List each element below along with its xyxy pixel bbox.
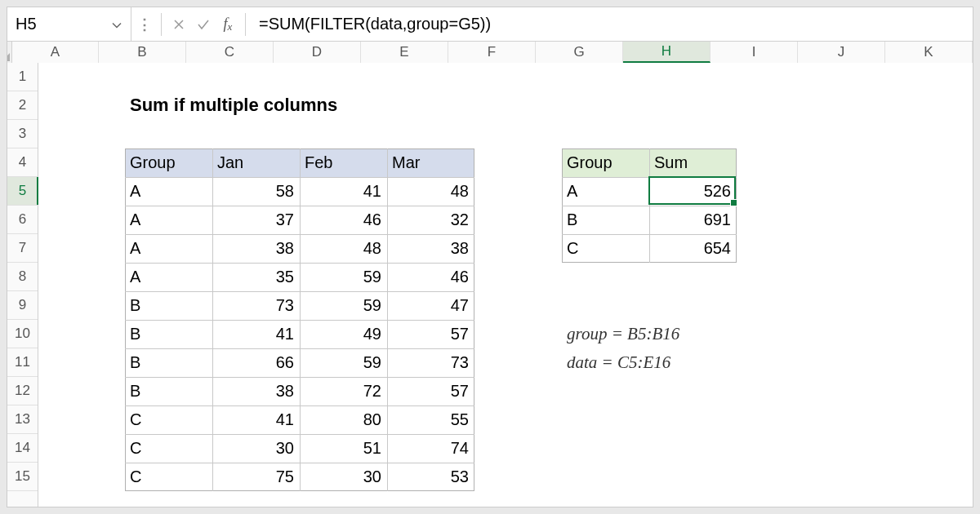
table1-value[interactable]: 51 [300, 434, 386, 462]
name-box-value: H5 [16, 15, 37, 33]
table1-group[interactable]: B [125, 377, 212, 405]
table1-value[interactable]: 48 [300, 234, 386, 262]
table1-value[interactable]: 72 [300, 377, 386, 405]
table1-header[interactable]: Jan [212, 148, 299, 176]
column-header[interactable]: A [12, 42, 99, 63]
table1-value[interactable]: 37 [212, 206, 299, 233]
table1-value[interactable]: 46 [387, 263, 474, 290]
table1-value[interactable]: 32 [387, 206, 474, 233]
table1-group[interactable]: C [125, 405, 212, 433]
table1-value[interactable]: 66 [212, 348, 299, 376]
table1-value[interactable]: 59 [300, 291, 386, 319]
table1-value[interactable]: 57 [387, 377, 474, 405]
table1-value[interactable]: 53 [387, 463, 474, 490]
table1-value[interactable]: 59 [300, 263, 386, 290]
table1-value[interactable]: 46 [300, 206, 386, 233]
separator [245, 13, 246, 36]
table1-group[interactable]: A [125, 234, 212, 262]
table1-group[interactable]: A [125, 206, 212, 233]
column-header[interactable]: J [798, 42, 885, 63]
row-header[interactable]: 1 [7, 63, 38, 91]
column-header[interactable]: G [536, 42, 623, 63]
table1-header[interactable]: Feb [300, 148, 386, 176]
row-header[interactable]: 14 [7, 434, 38, 463]
table1-group[interactable]: A [125, 263, 212, 290]
row-header[interactable]: 6 [7, 206, 38, 234]
row-header[interactable]: 11 [7, 348, 38, 377]
column-header[interactable]: H [623, 42, 710, 63]
table2-group[interactable]: B [562, 206, 648, 233]
select-all-corner[interactable] [7, 42, 12, 63]
row-header[interactable]: 8 [7, 263, 38, 291]
more-icon[interactable]: ⋮ [131, 7, 156, 42]
table1-header[interactable]: Group [125, 148, 212, 176]
table1-value[interactable]: 30 [300, 463, 386, 490]
table2-group[interactable]: C [562, 234, 648, 262]
page-title[interactable]: Sum if multiple columns [125, 91, 212, 119]
table1-value[interactable]: 49 [300, 320, 386, 348]
formula-bar: H5 ⋮ fx =SUM(FILTER(data,group=G5)) [7, 7, 973, 42]
excel-window: H5 ⋮ fx =SUM(FILTER(data,group=G5)) ABCD… [7, 7, 973, 507]
table1-value[interactable]: 80 [300, 405, 386, 433]
table1-value[interactable]: 38 [212, 377, 299, 405]
row-header[interactable]: 12 [7, 377, 38, 405]
table2-header[interactable]: Sum [649, 148, 736, 176]
table2-header[interactable]: Group [562, 148, 648, 176]
table2-group[interactable]: A [562, 177, 648, 205]
named-range-note: group = B5:B16 [562, 320, 824, 348]
cells[interactable]: Sum if multiple columnsGroupJanFebMarA58… [38, 63, 973, 507]
column-header[interactable]: D [274, 42, 361, 63]
table1-group[interactable]: C [125, 434, 212, 462]
chevron-down-icon[interactable] [111, 15, 122, 33]
table1-value[interactable]: 30 [212, 434, 299, 462]
column-header[interactable]: F [448, 42, 536, 63]
row-header[interactable]: 3 [7, 120, 38, 148]
table1-value[interactable]: 41 [300, 177, 386, 205]
table1-group[interactable]: B [125, 320, 212, 348]
formula-input[interactable]: =SUM(FILTER(data,group=G5)) [251, 15, 973, 33]
table2-sum[interactable]: 691 [649, 206, 736, 233]
column-header[interactable]: B [99, 42, 186, 63]
table1-value[interactable]: 38 [212, 234, 299, 262]
table1-value[interactable]: 35 [212, 263, 299, 290]
row-header[interactable]: 2 [7, 91, 38, 120]
cancel-icon[interactable] [167, 7, 191, 42]
table1-value[interactable]: 47 [387, 291, 474, 319]
table1-group[interactable]: B [125, 348, 212, 376]
table1-value[interactable]: 41 [212, 320, 299, 348]
row-headers: 123456789101112131415 [7, 63, 38, 507]
name-box[interactable]: H5 [7, 7, 131, 42]
row-header[interactable]: 5 [7, 177, 38, 206]
table1-value[interactable]: 59 [300, 348, 386, 376]
named-range-note: data = C5:E16 [562, 348, 824, 377]
row-header[interactable]: 9 [7, 291, 38, 320]
table2-sum[interactable]: 526 [649, 177, 736, 205]
table1-value[interactable]: 73 [387, 348, 474, 376]
column-header[interactable]: K [885, 42, 973, 63]
table1-value[interactable]: 55 [387, 405, 474, 433]
table1-value[interactable]: 48 [387, 177, 474, 205]
row-header[interactable]: 7 [7, 234, 38, 263]
table1-value[interactable]: 58 [212, 177, 299, 205]
column-header[interactable]: I [710, 42, 798, 63]
row-header[interactable]: 13 [7, 405, 38, 434]
fx-icon[interactable]: fx [216, 7, 240, 42]
table1-value[interactable]: 57 [387, 320, 474, 348]
row-header[interactable]: 10 [7, 320, 38, 348]
enter-icon[interactable] [191, 7, 216, 42]
row-header[interactable]: 4 [7, 148, 38, 177]
table1-group[interactable]: B [125, 291, 212, 319]
table1-value[interactable]: 75 [212, 463, 299, 490]
table1-value[interactable]: 74 [387, 434, 474, 462]
table2-sum[interactable]: 654 [649, 234, 736, 262]
table1-header[interactable]: Mar [387, 148, 474, 176]
column-headers: ABCDEFGHIJK [7, 42, 973, 63]
row-header[interactable]: 15 [7, 463, 38, 491]
column-header[interactable]: E [361, 42, 448, 63]
table1-value[interactable]: 38 [387, 234, 474, 262]
table1-value[interactable]: 41 [212, 405, 299, 433]
table1-value[interactable]: 73 [212, 291, 299, 319]
table1-group[interactable]: A [125, 177, 212, 205]
column-header[interactable]: C [186, 42, 274, 63]
table1-group[interactable]: C [125, 463, 212, 490]
